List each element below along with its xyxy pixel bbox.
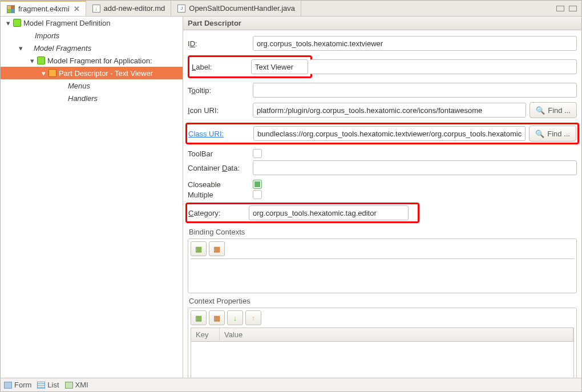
context-properties-table[interactable]: Key Value	[191, 328, 574, 378]
form-pane: Part Descriptor ID: Label: Tooltip: Icon…	[183, 17, 581, 378]
move-down-button[interactable]: ↓	[227, 310, 243, 325]
table-remove-icon: ▦	[213, 314, 220, 322]
id-input[interactable]	[253, 36, 577, 51]
closeable-checkbox[interactable]	[253, 180, 262, 189]
containerdata-input[interactable]	[253, 160, 577, 175]
java-icon: J	[177, 4, 186, 13]
minimize-icon[interactable]	[556, 6, 564, 11]
column-value[interactable]: Value	[220, 328, 573, 341]
id-label: ID:	[188, 39, 249, 48]
tree-menus[interactable]: Menus	[1, 79, 183, 92]
row-toolbar: ToolBar	[188, 149, 577, 158]
tab-label: add-new-editor.md	[104, 4, 165, 13]
row-classuri: Class URI: 🔍Find ...	[185, 123, 579, 144]
model-tree: ▾ Model Fragment Definition Imports ▾ Mo…	[1, 17, 183, 378]
table-remove-icon: ▦	[213, 245, 220, 253]
editor-tabbar: fragment.e4xmi ✕ ↓ add-new-editor.md J O…	[1, 1, 581, 17]
chevron-down-icon[interactable]: ▾	[41, 69, 46, 78]
grid-icon	[6, 5, 15, 14]
closeable-label: Closeable	[188, 180, 249, 189]
row-id: ID:	[188, 36, 577, 51]
remove-binding-button[interactable]: ▦	[209, 241, 225, 256]
magnifier-icon: 🔍	[536, 106, 545, 115]
magnifier-icon: 🔍	[535, 130, 544, 138]
find-iconuri-button[interactable]: 🔍Find ...	[530, 102, 577, 118]
arrow-up-icon: ↑	[252, 314, 256, 322]
status-bar: Form List XMI	[1, 378, 581, 391]
window-controls	[552, 6, 581, 11]
iconuri-label: Icon URI:	[188, 106, 249, 115]
puzzle-icon	[37, 56, 45, 64]
tree-app-fragment[interactable]: ▾ Model Fragment for Application:	[1, 54, 183, 67]
chevron-down-icon[interactable]: ▾	[18, 44, 23, 52]
category-label: Category:	[188, 209, 245, 217]
puzzle-icon	[13, 19, 21, 27]
toolbar-checkbox[interactable]	[253, 149, 262, 158]
chevron-down-icon[interactable]: ▾	[5, 19, 11, 27]
tree-part-descriptor[interactable]: ▾ Part Descriptor - Text Viewer	[1, 67, 183, 79]
view-form-button[interactable]: Form	[4, 381, 31, 389]
chevron-down-icon[interactable]: ▾	[29, 56, 35, 65]
tree-fragments[interactable]: ▾ Model Fragments	[1, 42, 183, 54]
binding-contexts-label: Binding Contexts	[188, 228, 577, 236]
row-closeable: Closeable	[188, 180, 577, 189]
row-multiple: Multiple	[188, 190, 577, 199]
xmi-icon	[65, 382, 73, 389]
document-icon	[48, 69, 56, 77]
move-up-button[interactable]: ↑	[245, 310, 261, 325]
tab-add-new-editor[interactable]: ↓ add-new-editor.md	[86, 1, 172, 16]
context-properties-group: ▦ ▦ ↓ ↑ Key Value	[188, 308, 577, 378]
view-list-button[interactable]: List	[37, 381, 59, 389]
binding-list[interactable]	[191, 258, 574, 290]
tree-root[interactable]: ▾ Model Fragment Definition	[1, 17, 183, 29]
remove-property-button[interactable]: ▦	[209, 310, 225, 325]
row-tooltip: Tooltip:	[188, 83, 577, 98]
toolbar-label: ToolBar	[188, 149, 249, 158]
table-add-icon: ▦	[195, 314, 202, 322]
context-properties-label: Context Properties	[188, 297, 577, 305]
section-title: Part Descriptor	[183, 17, 581, 30]
label-input[interactable]	[251, 59, 308, 74]
iconuri-input[interactable]	[253, 103, 526, 118]
add-property-button[interactable]: ▦	[191, 310, 207, 325]
tooltip-label: Tooltip:	[188, 86, 249, 95]
row-iconuri: Icon URI: 🔍Find ...	[188, 102, 577, 118]
tab-java-file[interactable]: J OpenSaltDocumentHandler.java	[171, 1, 301, 16]
column-key[interactable]: Key	[191, 328, 220, 341]
close-icon[interactable]: ✕	[74, 5, 80, 13]
arrow-down-icon: ↓	[233, 314, 237, 322]
tab-label: OpenSaltDocumentHandler.java	[189, 4, 295, 13]
multiple-checkbox[interactable]	[253, 190, 262, 199]
form-icon	[4, 382, 12, 389]
category-input[interactable]	[249, 205, 409, 220]
classuri-input[interactable]	[253, 126, 526, 141]
tab-label: fragment.e4xmi	[18, 5, 70, 13]
add-binding-button[interactable]: ▦	[191, 241, 207, 256]
row-category: Category:	[185, 203, 419, 223]
classuri-label[interactable]: Class URI:	[188, 130, 250, 138]
view-xmi-button[interactable]: XMI	[65, 381, 88, 389]
tree-imports[interactable]: Imports	[1, 29, 183, 42]
find-classuri-button[interactable]: 🔍Find ...	[529, 126, 576, 142]
row-containerdata: Container Data:	[188, 160, 577, 175]
table-add-icon: ▦	[195, 245, 202, 253]
markdown-icon: ↓	[92, 4, 101, 13]
tree-handlers[interactable]: Handlers	[1, 92, 183, 104]
label-label: Label:	[192, 63, 248, 71]
containerdata-label: Container Data:	[188, 164, 249, 172]
binding-contexts-group: ▦ ▦	[188, 239, 577, 293]
multiple-label: Multiple	[188, 191, 249, 199]
row-label: Label:	[188, 55, 577, 78]
label-input-ext[interactable]	[310, 59, 577, 74]
tab-fragment[interactable]: fragment.e4xmi ✕	[1, 1, 86, 16]
maximize-icon[interactable]	[569, 6, 577, 11]
list-icon	[37, 382, 45, 389]
tooltip-input[interactable]	[253, 83, 577, 98]
